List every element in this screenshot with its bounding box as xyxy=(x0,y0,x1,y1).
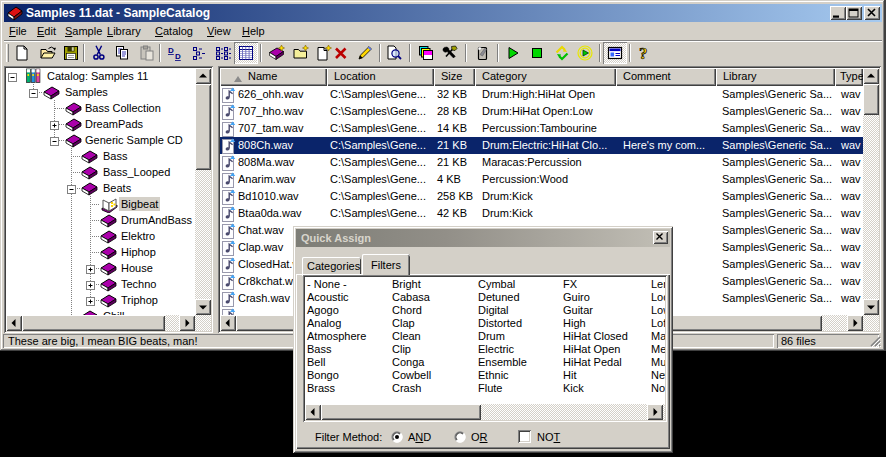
svg-text:?: ? xyxy=(639,45,648,61)
svg-text:D: D xyxy=(175,52,181,61)
svg-text:D: D xyxy=(168,46,174,55)
